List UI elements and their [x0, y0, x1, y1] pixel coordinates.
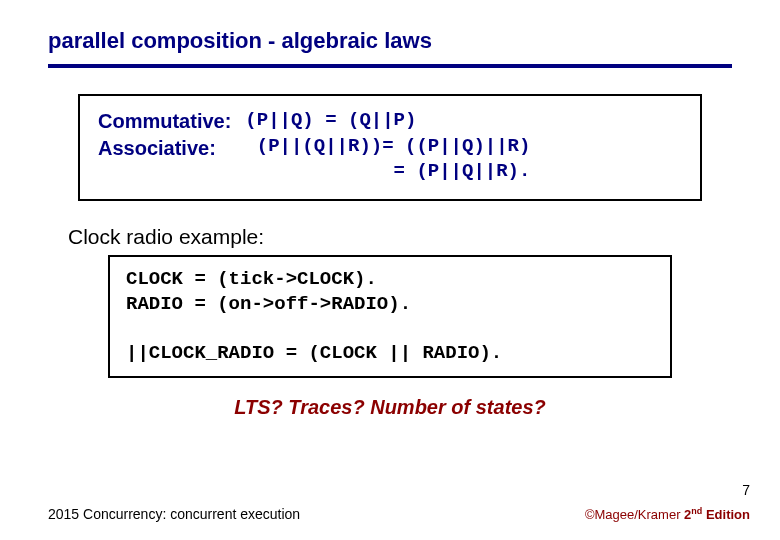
- laws-box: Commutative: Associative: (P||Q) = (Q||P…: [78, 94, 702, 201]
- example-label: Clock radio example:: [68, 225, 732, 249]
- code-box: CLOCK = (tick->CLOCK). RADIO = (on->off-…: [108, 255, 672, 378]
- page-number: 7: [742, 482, 750, 498]
- slide: parallel composition - algebraic laws Co…: [0, 0, 780, 540]
- slide-title: parallel composition - algebraic laws: [48, 28, 732, 64]
- footer-left: 2015 Concurrency: concurrent execution: [48, 506, 300, 522]
- questions: LTS? Traces? Number of states?: [48, 396, 732, 419]
- footer-edition: 2nd Edition: [684, 507, 750, 522]
- title-rule: [48, 64, 732, 68]
- law-labels: Commutative: Associative:: [98, 108, 231, 185]
- law-rules: (P||Q) = (Q||P) (P||(Q||R))= ((P||Q)||R)…: [245, 108, 530, 185]
- footer-right: ©Magee/Kramer 2nd Edition: [585, 506, 750, 522]
- footer-copyright: ©Magee/Kramer: [585, 507, 684, 522]
